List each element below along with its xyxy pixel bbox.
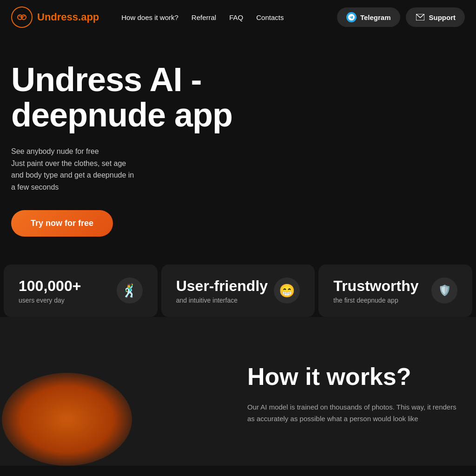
orange-blob-decoration [2,373,132,466]
hero-title: Undress AI - deepnude app [11,62,253,132]
stat-emoji-friendly: 😁 [274,278,300,304]
how-it-works-description: Our AI model is trained on thousands of … [247,401,465,425]
stat-card-users: 100,000+ users every day 🕺 [4,264,158,317]
stats-wrapper: 100,000+ users every day 🕺 User-friendly… [0,264,476,317]
stat-content-friendly: User-friendly and intuitive interface [176,278,268,304]
logo-icon [11,7,33,28]
support-button[interactable]: Support [406,7,465,27]
stat-number-trustworthy: Trustworthy [333,278,418,295]
stat-label-users: users every day [19,297,81,304]
mail-icon [415,12,425,22]
logo-link[interactable]: Undress.app [11,7,99,28]
nav-link-how-it-works[interactable]: How does it work? [121,13,178,21]
nav-actions: Telegram Support [337,7,465,27]
stats-section: 100,000+ users every day 🕺 User-friendly… [4,264,472,317]
stat-emoji-trustworthy: 🛡️ [431,278,457,304]
lower-left [11,354,229,447]
cta-button[interactable]: Try now for free [11,210,113,237]
stat-card-trustworthy: Trustworthy the first deepnude app 🛡️ [318,264,472,317]
stat-emoji-users: 🕺 [117,278,143,304]
stat-content-users: 100,000+ users every day [19,278,81,304]
nav-link-faq[interactable]: FAQ [229,13,243,21]
stat-number-friendly: User-friendly [176,278,268,295]
stat-label-trustworthy: the first deepnude app [333,297,418,304]
nav-link-contacts[interactable]: Contacts [256,13,284,21]
telegram-icon [346,12,357,22]
stat-number-users: 100,000+ [19,278,81,295]
telegram-label: Telegram [360,13,391,21]
how-it-works-section: How it works? Our AI model is trained on… [0,317,476,466]
nav-link-referral[interactable]: Referral [192,13,216,21]
hero-section: Undress AI - deepnude app See anybody nu… [0,34,476,237]
brand-text: Undress.app [37,11,99,23]
telegram-button[interactable]: Telegram [337,7,400,27]
how-it-works-title: How it works? [247,364,465,390]
support-label: Support [429,13,456,21]
stat-content-trustworthy: Trustworthy the first deepnude app [333,278,418,304]
navbar: Undress.app How does it work? Referral F… [0,0,476,34]
lower-right: How it works? Our AI model is trained on… [247,354,465,447]
nav-links: How does it work? Referral FAQ Contacts [121,13,284,21]
stat-label-friendly: and intuitive interface [176,297,268,304]
stat-card-friendly: User-friendly and intuitive interface 😁 [161,264,315,317]
hero-description: See anybody nude for free Just paint ove… [11,145,178,193]
